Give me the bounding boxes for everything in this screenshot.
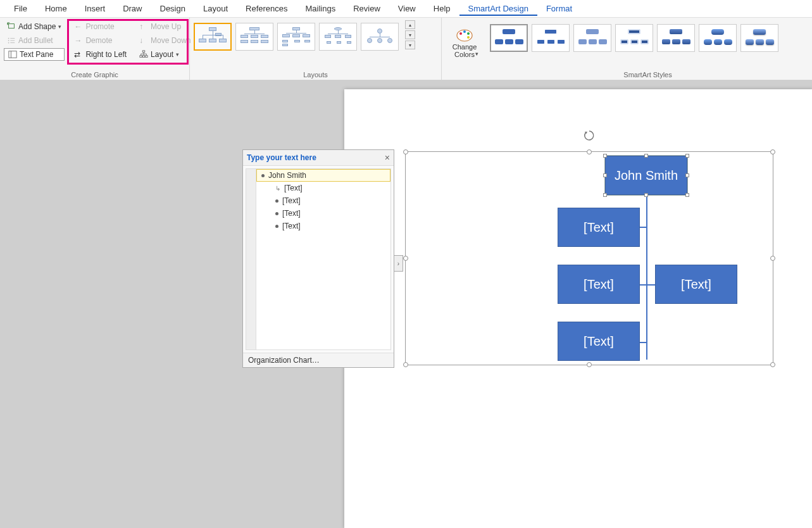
style-preview-icon: [494, 28, 524, 48]
text-pane-item[interactable]: [Text]: [256, 220, 390, 232]
style-thumb-1[interactable]: [490, 24, 528, 52]
resize-handle[interactable]: [587, 149, 592, 154]
svg-point-22: [459, 32, 462, 35]
chevron-down-icon: ▾: [58, 23, 61, 30]
gallery-scroll-down[interactable]: ▾: [405, 30, 415, 39]
layout-thumb-4[interactable]: [319, 23, 357, 51]
style-preview-icon: [661, 28, 691, 48]
layout-button[interactable]: Layout ▾: [136, 48, 194, 61]
menu-format[interactable]: Format: [537, 1, 581, 16]
svg-text:+: +: [7, 22, 9, 27]
style-thumb-3[interactable]: [573, 24, 611, 52]
smartart-frame[interactable]: John Smith [Text] [Text] [Text] [Text]: [405, 151, 773, 365]
layout-thumb-3[interactable]: [277, 23, 315, 51]
text-pane-item-text: [Text]: [282, 196, 301, 205]
org-chart-icon: [366, 27, 394, 46]
menu-mailings[interactable]: Mailings: [297, 1, 345, 16]
text-pane-item[interactable]: [Text]: [256, 207, 390, 220]
menu-smartart-design[interactable]: SmartArt Design: [459, 1, 537, 16]
org-chart-icon: [324, 27, 352, 46]
text-pane-expand-tab[interactable]: ›: [394, 255, 403, 272]
layouts-group-label: Layouts: [190, 71, 441, 79]
arrow-left-icon: ←: [74, 22, 83, 31]
text-pane-button[interactable]: Text Pane: [4, 48, 65, 61]
svg-rect-10: [9, 51, 16, 58]
svg-rect-15: [146, 56, 148, 58]
menu-home[interactable]: Home: [36, 1, 76, 16]
create-graphic-group-label: Create Graphic: [0, 71, 189, 79]
resize-handle[interactable]: [403, 149, 408, 154]
smartart-root-node[interactable]: John Smith: [605, 156, 687, 195]
menu-bar: File Home Insert Draw Design Layout Refe…: [0, 0, 812, 18]
resize-handle[interactable]: [770, 256, 775, 261]
text-pane-item[interactable]: [Text]: [256, 194, 390, 207]
resize-handle[interactable]: [587, 362, 592, 367]
ribbon-group-create-graphic: + Add Shape ▾ Add Bullet Text Pane ← Pro…: [0, 18, 190, 80]
style-thumb-6[interactable]: [699, 24, 737, 52]
svg-point-23: [463, 30, 466, 33]
menu-insert[interactable]: Insert: [76, 1, 115, 16]
add-bullet-button[interactable]: Add Bullet: [4, 34, 65, 47]
hierarchy-icon: [139, 50, 148, 59]
move-down-button[interactable]: ↓ Move Down: [136, 34, 194, 47]
style-preview-icon: [744, 28, 775, 48]
menu-file[interactable]: File: [5, 1, 36, 16]
text-pane-item-text: [Text]: [284, 184, 303, 192]
ribbon-group-layouts: ▴ ▾ ▾ Layouts: [190, 18, 442, 80]
demote-label: Demote: [85, 36, 112, 45]
gallery-expand[interactable]: ▾: [405, 41, 415, 49]
smartart-node[interactable]: [Text]: [558, 322, 640, 361]
smartart-node[interactable]: [Text]: [558, 265, 640, 304]
menu-draw[interactable]: Draw: [114, 1, 151, 16]
connector-line: [640, 342, 647, 343]
text-pane-item[interactable]: ↳ [Text]: [256, 182, 390, 194]
smartart-node[interactable]: [Text]: [655, 265, 737, 304]
promote-button[interactable]: ← Promote: [71, 20, 130, 33]
node-text: [Text]: [584, 220, 614, 235]
move-up-button[interactable]: ↑ Move Up: [136, 20, 194, 33]
smartart-node[interactable]: [Text]: [558, 208, 640, 247]
arrow-up-icon: ↑: [139, 22, 148, 31]
text-pane-item-text: John Smith: [268, 171, 306, 180]
text-pane-body[interactable]: John Smith ↳ [Text] [Text] [Text] [Text]: [246, 168, 391, 350]
text-pane-header: Type your text here ×: [243, 150, 394, 166]
menu-references[interactable]: References: [237, 1, 296, 16]
resize-handle[interactable]: [403, 256, 408, 261]
style-thumb-7[interactable]: [740, 24, 778, 52]
assistant-icon: ↳: [275, 185, 280, 192]
style-thumb-5[interactable]: [657, 24, 695, 52]
bullet-icon: [275, 199, 278, 203]
resize-handle[interactable]: [403, 362, 408, 367]
styles-group-label: SmartArt Styles: [484, 71, 812, 79]
add-shape-button[interactable]: + Add Shape ▾: [4, 20, 65, 33]
promote-label: Promote: [85, 22, 114, 31]
change-colors-button[interactable]: Change Colors ▾: [446, 20, 484, 65]
style-thumb-2[interactable]: [532, 24, 570, 52]
text-pane-footer[interactable]: Organization Chart…: [243, 353, 394, 367]
layout-thumb-5[interactable]: [361, 23, 399, 51]
ribbon-group-styles: SmartArt Styles: [484, 18, 812, 80]
text-pane-item[interactable]: John Smith: [256, 169, 390, 182]
bullet-icon: [275, 212, 278, 215]
node-text: [Text]: [681, 277, 711, 292]
text-pane: Type your text here × John Smith ↳ [Text…: [242, 149, 394, 368]
resize-handle[interactable]: [770, 149, 775, 154]
menu-layout[interactable]: Layout: [194, 1, 237, 16]
menu-design[interactable]: Design: [151, 1, 194, 16]
gallery-scroll-up[interactable]: ▴: [405, 20, 415, 29]
add-shape-icon: +: [7, 22, 16, 31]
menu-help[interactable]: Help: [425, 1, 459, 16]
close-icon[interactable]: ×: [385, 153, 390, 163]
demote-button[interactable]: → Demote: [71, 34, 130, 47]
document-page[interactable]: John Smith [Text] [Text] [Text] [Text]: [344, 89, 812, 528]
style-preview-icon: [619, 28, 649, 48]
resize-handle[interactable]: [770, 362, 775, 367]
style-thumb-4[interactable]: [615, 24, 653, 52]
menu-review[interactable]: Review: [344, 1, 389, 16]
right-to-left-button[interactable]: ⇄ Right to Left: [71, 48, 130, 61]
layout-thumb-1[interactable]: [194, 23, 232, 51]
rotate-handle-icon[interactable]: [583, 129, 596, 142]
layout-thumb-2[interactable]: [235, 23, 273, 51]
style-preview-icon: [577, 28, 608, 48]
menu-view[interactable]: View: [389, 1, 425, 16]
